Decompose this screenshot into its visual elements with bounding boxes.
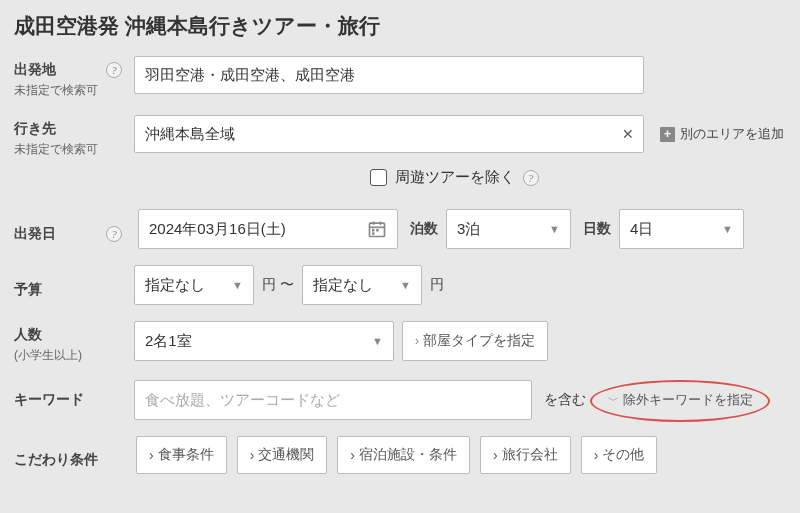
help-icon[interactable]: ? (523, 170, 539, 186)
people-select[interactable]: 2名1室 ▼ (134, 321, 394, 361)
room-type-label: 部屋タイプを指定 (423, 332, 535, 350)
destination-sublabel: 未指定で検索可 (14, 141, 126, 158)
budget-label: 予算 (14, 281, 42, 299)
days-select[interactable]: 4日 ▼ (619, 209, 744, 249)
condition-lodging-button[interactable]: › 宿泊施設・条件 (337, 436, 470, 474)
add-area-label: 別のエリアを追加 (680, 125, 784, 143)
destination-row: 行き先 未指定で検索可 沖縄本島全域 ✕ + 別のエリアを追加 (14, 115, 786, 158)
people-value: 2名1室 (145, 332, 192, 351)
keyword-input[interactable]: 食べ放題、ツアーコードなど (134, 380, 532, 420)
chevron-right-icon: › (149, 447, 154, 463)
people-label-col: 人数 (小学生以上) (14, 321, 126, 364)
people-label: 人数 (14, 326, 42, 344)
chevron-down-icon: ﹀ (608, 393, 619, 408)
condition-label: その他 (602, 446, 644, 464)
svg-rect-6 (372, 232, 375, 235)
people-row: 人数 (小学生以上) 2名1室 ▼ › 部屋タイプを指定 (14, 321, 786, 364)
budget-from-value: 指定なし (145, 276, 205, 295)
depart-date-label-col: 出発日 ? (14, 215, 126, 243)
svg-rect-4 (372, 229, 375, 232)
keyword-label-col: キーワード (14, 391, 126, 409)
page-title: 成田空港発 沖縄本島行きツアー・旅行 (14, 12, 786, 40)
condition-other-button[interactable]: › その他 (581, 436, 658, 474)
close-icon[interactable]: ✕ (622, 126, 634, 142)
nights-select[interactable]: 3泊 ▼ (446, 209, 571, 249)
depart-date-value: 2024年03月16日(土) (149, 220, 286, 239)
plus-icon: + (660, 127, 675, 142)
date-row: 出発日 ? 2024年03月16日(土) 泊数 3泊 ▼ 日数 4日 (14, 209, 786, 249)
destination-input-wrap: 沖縄本島全域 ✕ (134, 115, 644, 153)
condition-meal-button[interactable]: › 食事条件 (136, 436, 227, 474)
departure-row: 出発地 ? 未指定で検索可 羽田空港・成田空港、成田空港 (14, 56, 786, 99)
conditions-label: こだわり条件 (14, 451, 98, 469)
exclude-round-label: 周遊ツアーを除く (395, 168, 515, 187)
condition-label: 宿泊施設・条件 (359, 446, 457, 464)
budget-to-select[interactable]: 指定なし ▼ (302, 265, 422, 305)
departure-label: 出発地 (14, 61, 56, 79)
departure-label-col: 出発地 ? 未指定で検索可 (14, 56, 126, 99)
condition-label: 食事条件 (158, 446, 214, 464)
depart-date-input[interactable]: 2024年03月16日(土) (138, 209, 398, 249)
condition-transport-button[interactable]: › 交通機関 (237, 436, 328, 474)
nights-value: 3泊 (457, 220, 480, 239)
budget-from-select[interactable]: 指定なし ▼ (134, 265, 254, 305)
svg-rect-5 (376, 229, 379, 232)
destination-label: 行き先 (14, 120, 56, 138)
days-label: 日数 (583, 220, 611, 238)
caret-down-icon: ▼ (722, 223, 733, 235)
calendar-icon (367, 219, 387, 239)
caret-down-icon: ▼ (372, 335, 383, 347)
budget-label-col: 予算 (14, 271, 126, 299)
condition-agency-button[interactable]: › 旅行会社 (480, 436, 571, 474)
budget-unit-to: 円 (430, 276, 444, 294)
chevron-right-icon: › (493, 447, 498, 463)
chevron-right-icon: › (594, 447, 599, 463)
caret-down-icon: ▼ (232, 279, 243, 291)
keyword-row: キーワード 食べ放題、ツアーコードなど を含む ﹀ 除外キーワードを指定 (14, 380, 786, 420)
help-icon[interactable]: ? (106, 226, 122, 242)
destination-input[interactable]: 沖縄本島全域 (134, 115, 644, 153)
chevron-right-icon: › (415, 334, 419, 348)
conditions-row: こだわり条件 › 食事条件 › 交通機関 › 宿泊施設・条件 › 旅行会社 › … (14, 436, 786, 474)
budget-to-value: 指定なし (313, 276, 373, 295)
destination-label-col: 行き先 未指定で検索可 (14, 115, 126, 158)
add-area-button[interactable]: + 別のエリアを追加 (660, 115, 784, 143)
departure-input[interactable]: 羽田空港・成田空港、成田空港 (134, 56, 644, 94)
nights-col: 泊数 3泊 ▼ (410, 209, 571, 249)
exclude-keyword-label: 除外キーワードを指定 (623, 391, 753, 409)
exclude-round-checkbox[interactable] (370, 169, 387, 186)
budget-row: 予算 指定なし ▼ 円 〜 指定なし ▼ 円 (14, 265, 786, 305)
condition-label: 交通機関 (258, 446, 314, 464)
keyword-label: キーワード (14, 391, 84, 409)
chevron-right-icon: › (350, 447, 355, 463)
budget-unit-from: 円 〜 (262, 276, 294, 294)
people-sublabel: (小学生以上) (14, 347, 126, 364)
keyword-suffix: を含む (540, 391, 590, 409)
chevron-right-icon: › (250, 447, 255, 463)
caret-down-icon: ▼ (400, 279, 411, 291)
conditions-label-col: こだわり条件 (14, 441, 126, 469)
departure-sublabel: 未指定で検索可 (14, 82, 126, 99)
nights-label: 泊数 (410, 220, 438, 238)
depart-date-label: 出発日 (14, 225, 56, 243)
caret-down-icon: ▼ (549, 223, 560, 235)
help-icon[interactable]: ? (106, 62, 122, 78)
days-col: 日数 4日 ▼ (583, 209, 744, 249)
condition-label: 旅行会社 (502, 446, 558, 464)
days-value: 4日 (630, 220, 653, 239)
room-type-button[interactable]: › 部屋タイプを指定 (402, 321, 548, 361)
exclude-keyword-button[interactable]: ﹀ 除外キーワードを指定 (598, 383, 763, 417)
exclude-round-row: 周遊ツアーを除く ? (134, 168, 774, 187)
